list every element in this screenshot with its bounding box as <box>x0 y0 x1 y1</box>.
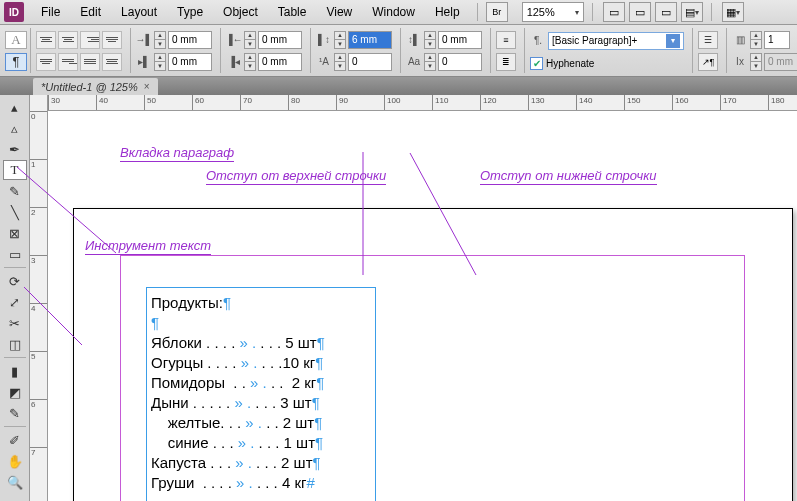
dropcap-lines-stepper[interactable]: ▲▼ <box>334 53 346 71</box>
justify-last-center-button[interactable] <box>36 53 56 71</box>
paragraph-mode-button[interactable]: ¶ <box>5 53 27 71</box>
indent-left-input[interactable]: 0 mm <box>168 31 212 49</box>
space-before-stepper[interactable]: ▲▼ <box>334 31 346 49</box>
space-after-input[interactable]: 0 mm <box>438 31 482 49</box>
canvas[interactable]: 30 40 50 60 70 80 90 100 110 120 130 140… <box>48 95 797 501</box>
control-panel: A ¶ →▌▲▼0 mm ▸▌▲▼0 mm ▐←▲▼0 mm ▐◂▲▼0 mm … <box>0 25 797 77</box>
toolbox: ▴ ▵ ✒ T ✎ ╲ ⊠ ▭ ⟳ ⤢ ✂ ◫ ▮ ◩ ✎ ✐ ✋ 🔍 <box>0 95 30 501</box>
baseline-grid-button[interactable]: ≣ <box>496 53 516 71</box>
hand-tool[interactable]: ✋ <box>3 451 27 471</box>
horizontal-ruler: 30 40 50 60 70 80 90 100 110 120 130 140… <box>48 95 797 111</box>
indent-right-stepper[interactable]: ▲▼ <box>244 31 256 49</box>
scale-tool[interactable]: ⤢ <box>3 292 27 312</box>
indent-left-stepper[interactable]: ▲▼ <box>154 31 166 49</box>
gradient-tool[interactable]: ▮ <box>3 361 27 381</box>
selection-tool[interactable]: ▴ <box>3 97 27 117</box>
document-tabbar: *Untitled-1 @ 125% × <box>0 77 797 95</box>
annotation-paragraph-tab: Вкладка параграф <box>120 145 234 162</box>
menu-view[interactable]: View <box>317 2 361 22</box>
options-button[interactable]: ↗¶ <box>698 53 718 71</box>
pen-tool[interactable]: ✒ <box>3 139 27 159</box>
inset-stepper[interactable]: ▲▼ <box>750 53 762 71</box>
chevron-down-icon: ▾ <box>666 34 680 48</box>
space-after-stepper[interactable]: ▲▼ <box>424 31 436 49</box>
menu-table[interactable]: Table <box>269 2 316 22</box>
hyphenate-label: Hyphenate <box>546 58 594 69</box>
menu-object[interactable]: Object <box>214 2 267 22</box>
menu-type[interactable]: Type <box>168 2 212 22</box>
align-right-button[interactable] <box>80 31 100 49</box>
view-mode-3[interactable]: ▭ <box>655 2 677 22</box>
document-tab[interactable]: *Untitled-1 @ 125% × <box>33 78 158 95</box>
space-before-input[interactable]: 6 mm <box>348 31 392 49</box>
space-after-icon: ↕▌ <box>406 32 422 48</box>
indent-right-input[interactable]: 0 mm <box>258 31 302 49</box>
alignment-group <box>30 28 127 73</box>
pencil-tool[interactable]: ✎ <box>3 181 27 201</box>
space-before-icon: ▌↕ <box>316 32 332 48</box>
justify-last-right-button[interactable] <box>58 53 78 71</box>
baseline-none-button[interactable]: ≡ <box>496 31 516 49</box>
line-tool[interactable]: ╲ <box>3 202 27 222</box>
menu-file[interactable]: File <box>32 2 69 22</box>
list-panel-button[interactable]: ☰ <box>698 31 718 49</box>
paragraph-style-select[interactable]: [Basic Paragraph]+▾ <box>548 32 684 50</box>
doc-title: Продукты: <box>151 294 223 311</box>
zoom-select[interactable]: 125%▾ <box>522 2 584 22</box>
view-mode-2[interactable]: ▭ <box>629 2 651 22</box>
type-tool[interactable]: T <box>3 160 27 180</box>
menubar: ID File Edit Layout Type Object Table Vi… <box>0 0 797 25</box>
zoom-tool[interactable]: 🔍 <box>3 472 27 492</box>
text-frame[interactable]: Продукты:¶ ¶ Яблоки . . . . » . . . . 5 … <box>146 287 376 501</box>
rotate-tool[interactable]: ⟳ <box>3 271 27 291</box>
align-center-button[interactable] <box>58 31 78 49</box>
menu-help[interactable]: Help <box>426 2 469 22</box>
annotation-text-tool: Инструмент текст <box>85 238 211 255</box>
indent-first-stepper[interactable]: ▲▼ <box>154 53 166 71</box>
arrange-button[interactable]: ▦▾ <box>722 2 744 22</box>
annotation-space-before: Отступ от верхней строчки <box>206 168 386 185</box>
indent-left-icon: →▌ <box>136 32 152 48</box>
menu-layout[interactable]: Layout <box>112 2 166 22</box>
justify-last-left-button[interactable] <box>102 31 122 49</box>
eyedropper-tool[interactable]: ✐ <box>3 430 27 450</box>
bridge-button[interactable]: Br <box>486 2 508 22</box>
check-icon: ✔ <box>530 57 543 70</box>
columns-stepper[interactable]: ▲▼ <box>750 31 762 49</box>
indent-last-input[interactable]: 0 mm <box>258 53 302 71</box>
menu-window[interactable]: Window <box>363 2 424 22</box>
chevron-down-icon: ▾ <box>575 8 579 17</box>
view-mode-1[interactable]: ▭ <box>603 2 625 22</box>
vertical-ruler: 0 1 2 3 4 5 6 7 <box>30 95 48 501</box>
screen-mode[interactable]: ▤▾ <box>681 2 703 22</box>
dropcap-lines-input[interactable]: 0 <box>348 53 392 71</box>
dropcap-chars-input[interactable]: 0 <box>438 53 482 71</box>
hyphenate-checkbox[interactable]: ✔Hyphenate <box>530 57 684 70</box>
indent-last-stepper[interactable]: ▲▼ <box>244 53 256 71</box>
gradient-feather-tool[interactable]: ◩ <box>3 382 27 402</box>
indent-first-input[interactable]: 0 mm <box>168 53 212 71</box>
annotation-space-after: Отступ от нижней строчки <box>480 168 657 185</box>
columns-input[interactable]: 1 <box>764 31 790 49</box>
close-icon[interactable]: × <box>144 81 150 92</box>
menu-edit[interactable]: Edit <box>71 2 110 22</box>
columns-icon: ▥ <box>732 32 748 48</box>
align-spine-button[interactable] <box>102 53 122 71</box>
zoom-value: 125% <box>527 6 555 18</box>
justify-all-button[interactable] <box>80 53 100 71</box>
character-mode-button[interactable]: A <box>5 31 27 49</box>
rectangle-tool[interactable]: ▭ <box>3 244 27 264</box>
inset-icon: Ix <box>732 54 748 70</box>
workspace: ▴ ▵ ✒ T ✎ ╲ ⊠ ▭ ⟳ ⤢ ✂ ◫ ▮ ◩ ✎ ✐ ✋ 🔍 0 1 … <box>0 95 797 501</box>
align-left-button[interactable] <box>36 31 56 49</box>
indent-right-icon: ▐← <box>226 32 242 48</box>
indent-last-icon: ▐◂ <box>226 54 242 70</box>
free-transform-tool[interactable]: ◫ <box>3 334 27 354</box>
inset-input: 0 mm <box>764 53 797 71</box>
para-style-icon: ¶. <box>530 33 546 49</box>
direct-selection-tool[interactable]: ▵ <box>3 118 27 138</box>
note-tool[interactable]: ✎ <box>3 403 27 423</box>
rectangle-frame-tool[interactable]: ⊠ <box>3 223 27 243</box>
scissors-tool[interactable]: ✂ <box>3 313 27 333</box>
dropcap-chars-stepper[interactable]: ▲▼ <box>424 53 436 71</box>
